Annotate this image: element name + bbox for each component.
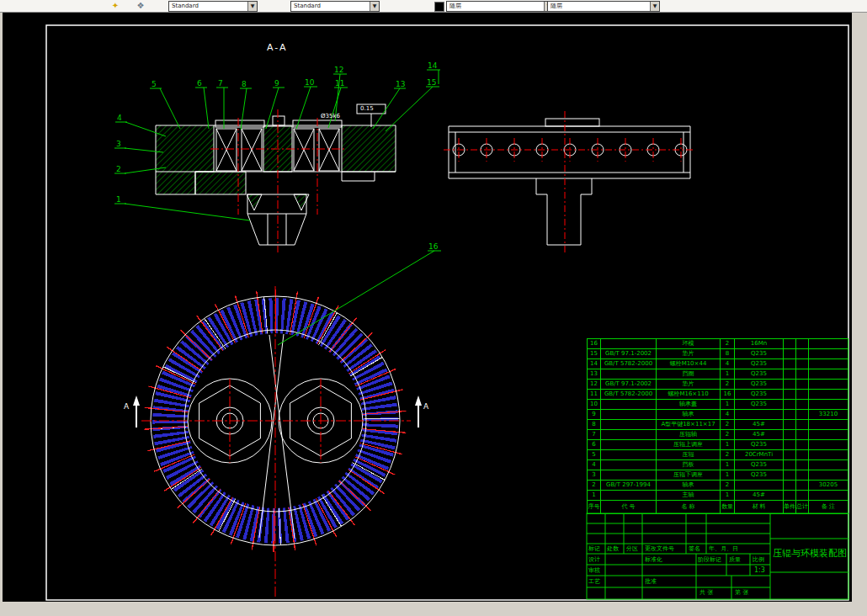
style-combo-2[interactable]: Standard ▼ xyxy=(290,1,380,12)
bom-cell-name: 轴承 xyxy=(657,481,721,490)
bom-cell-code xyxy=(601,420,657,429)
bom-cell-no: 12 xyxy=(588,380,601,389)
bom-row: 15GB/T 97.1-2002垫片8Q235 xyxy=(588,349,848,359)
bom-cell-total xyxy=(796,400,809,409)
bom-cell-no: 4 xyxy=(588,460,601,470)
color-combo-value: 随层 xyxy=(449,3,461,9)
bom-cell-unit xyxy=(784,400,796,409)
part-callout-3: 3 xyxy=(116,140,121,148)
bom-cell-total xyxy=(796,491,809,500)
bom-cell-no: 8 xyxy=(588,420,601,429)
bom-row: 1主轴145# xyxy=(588,491,848,501)
bom-cell-remark: 备 注 xyxy=(809,501,848,513)
bom-cell-total xyxy=(796,339,809,348)
bom-cell-code xyxy=(601,400,657,409)
bom-cell-name: 名 称 xyxy=(657,501,721,513)
bom-cell-material: Q235 xyxy=(735,349,784,358)
style-combo-1-value: Standard xyxy=(172,3,199,9)
part-callout-9: 9 xyxy=(274,79,279,88)
bom-cell-remark xyxy=(809,430,848,439)
toolbar: ✦ ❖ Standard ▼ Standard ▼ 随层 ▼ 随层 ▼ xyxy=(0,0,867,13)
bom-row: 4挡板1Q235 xyxy=(588,460,848,470)
bom-cell-unit xyxy=(784,410,796,419)
part-callout-12: 12 xyxy=(334,66,343,74)
part-callout-4: 4 xyxy=(117,114,122,122)
bom-cell-no: 6 xyxy=(588,440,601,449)
bom-cell-unit xyxy=(784,390,796,399)
bom-cell-name: 垫片 xyxy=(657,380,721,389)
blocks-icon[interactable]: ❖ xyxy=(135,0,146,11)
part-callout-6: 6 xyxy=(197,79,202,88)
bom-row: 2GB/T 297-1994轴承230205 xyxy=(588,481,848,491)
bom-cell-remark xyxy=(809,420,848,429)
bom-cell-material: 45# xyxy=(735,430,784,439)
bom-cell-material: Q235 xyxy=(735,440,784,449)
tb-scale-value: 1:3 xyxy=(754,566,765,574)
bom-cell-total xyxy=(796,450,809,459)
bom-cell-qty: 4 xyxy=(721,359,735,369)
part-callout-13: 13 xyxy=(396,80,405,88)
bom-cell-material xyxy=(735,481,784,490)
section-arrow-label-right: A xyxy=(423,402,428,411)
bom-cell-material xyxy=(735,410,784,419)
bom-cell-unit xyxy=(784,369,796,379)
bom-cell-unit xyxy=(784,420,796,429)
bom-cell-unit xyxy=(784,380,796,389)
part-callout-2: 2 xyxy=(116,165,121,173)
tb-design-label: 设计 xyxy=(588,556,600,564)
tb-changedoc-label: 更改文件号 xyxy=(645,545,674,553)
bom-cell-qty: 2 xyxy=(721,420,735,429)
tb-process-label: 工艺 xyxy=(588,578,600,586)
bom-cell-total xyxy=(796,430,809,439)
bom-cell-qty: 8 xyxy=(721,349,735,358)
bom-row: 10轴承盖1Q235 xyxy=(588,400,848,410)
bom-cell-material: 16Mn xyxy=(735,339,784,348)
part-callout-10: 10 xyxy=(305,78,314,87)
bom-cell-qty: 2 xyxy=(721,380,735,389)
bom-cell-total xyxy=(796,380,809,389)
bom-cell-qty: 16 xyxy=(721,390,735,399)
tb-approve-label: 批准 xyxy=(645,578,657,586)
bom-row: 9轴承433210 xyxy=(588,410,848,420)
bom-cell-code xyxy=(601,339,657,348)
bom-cell-unit xyxy=(784,491,796,500)
bom-cell-unit xyxy=(784,450,796,459)
bom-cell-total: 总计 xyxy=(796,501,809,513)
bom-cell-remark xyxy=(809,369,848,379)
bom-cell-total xyxy=(796,359,809,369)
bom-cell-code xyxy=(601,440,657,449)
bom-cell-qty: 2 xyxy=(721,339,735,348)
bom-cell-material: Q235 xyxy=(735,390,784,399)
bom-cell-unit xyxy=(784,349,796,358)
tb-check-label: 审核 xyxy=(588,567,600,575)
bom-cell-material: Q235 xyxy=(735,400,784,409)
bom-cell-qty: 4 xyxy=(721,410,735,419)
bom-cell-code xyxy=(601,410,657,419)
bom-cell-unit xyxy=(784,440,796,449)
bom-cell-name: 挡板 xyxy=(657,460,721,470)
window-frame-right xyxy=(852,12,867,616)
bom-cell-name: 压辊上调座 xyxy=(657,440,721,449)
bom-cell-qty: 2 xyxy=(721,450,735,459)
bom-row: 6压辊上调座1Q235 xyxy=(588,440,848,450)
bom-cell-material: Q235 xyxy=(735,359,784,369)
bom-cell-remark xyxy=(809,349,848,358)
style-combo-1[interactable]: Standard ▼ xyxy=(168,1,258,12)
color-swatch[interactable] xyxy=(434,2,444,12)
color-combo[interactable]: 随层 ▼ xyxy=(446,1,554,12)
chevron-down-icon[interactable]: ▼ xyxy=(650,2,659,11)
chevron-down-icon[interactable]: ▼ xyxy=(247,2,257,11)
linetype-combo[interactable]: 随层 ▼ xyxy=(547,1,660,12)
chevron-down-icon[interactable]: ▼ xyxy=(370,2,379,11)
tb-sign-label: 签名 xyxy=(689,545,700,553)
drawing-title: 压辊与环模装配图 xyxy=(772,548,848,559)
tb-count-label: 处数 xyxy=(607,545,619,553)
app-icon[interactable]: ✦ xyxy=(109,0,121,11)
bom-row: 3压辊下调座1Q235 xyxy=(588,470,848,481)
bom-cell-material: Q235 xyxy=(735,380,784,389)
bom-cell-no: 15 xyxy=(588,349,601,358)
bom-cell-no: 14 xyxy=(588,359,601,369)
tb-zone-label: 分区 xyxy=(626,545,638,553)
bom-cell-no: 序号 xyxy=(588,501,601,513)
bom-row: 5压辊220CrMnTi xyxy=(588,450,848,460)
